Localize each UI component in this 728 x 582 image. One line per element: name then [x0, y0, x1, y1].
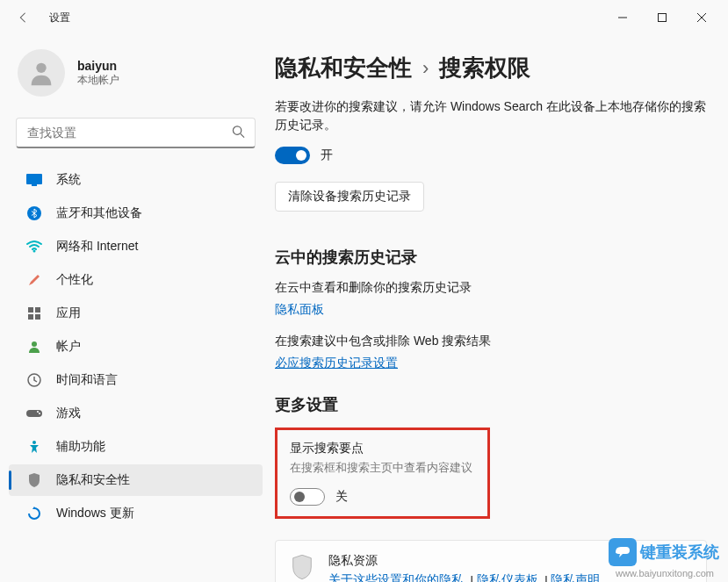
- svg-point-15: [32, 341, 37, 347]
- nav-label: 网络和 Internet: [56, 239, 138, 255]
- highlight-box: 显示搜索要点 在搜索框和搜索主页中查看内容建议 关: [275, 428, 490, 519]
- sidebar: baiyun 本地帐户 系统 蓝牙和其他设备 网络和 Internet 个性化 …: [0, 35, 268, 582]
- game-icon: [26, 406, 42, 421]
- svg-rect-13: [28, 314, 33, 320]
- titlebar: 设置: [0, 0, 728, 35]
- svg-line-6: [241, 133, 244, 137]
- profile-name: baiyun: [77, 59, 119, 73]
- search-icon: [232, 125, 245, 141]
- cloud-history-desc1: 在云中查看和删除你的搜索历史记录: [275, 280, 707, 296]
- sidebar-item-accounts[interactable]: 帐户: [9, 331, 263, 363]
- search-box: [16, 118, 256, 148]
- sidebar-item-accessibility[interactable]: 辅助功能: [9, 431, 263, 463]
- nav-label: 个性化: [56, 272, 93, 288]
- toggle-label: 关: [335, 489, 348, 505]
- svg-point-4: [36, 63, 46, 73]
- show-highlights-desc: 在搜索框和搜索主页中查看内容建议: [290, 460, 475, 476]
- avatar: [18, 49, 65, 97]
- breadcrumb-current: 搜索权限: [439, 53, 530, 83]
- sidebar-item-network[interactable]: 网络和 Internet: [9, 231, 263, 262]
- access-icon: [26, 439, 42, 455]
- local-history-desc: 若要改进你的搜索建议，请允许 Windows Search 在此设备上本地存储你…: [275, 97, 707, 134]
- svg-rect-7: [26, 174, 42, 184]
- bluetooth-icon: [26, 205, 42, 221]
- nav-label: 应用: [56, 305, 81, 321]
- back-button[interactable]: [7, 2, 39, 33]
- separator: |: [467, 573, 477, 582]
- svg-point-20: [32, 441, 36, 444]
- nav-label: 时间和语言: [56, 372, 118, 388]
- nav-label: 系统: [56, 172, 81, 188]
- show-highlights-label: 显示搜索要点: [290, 441, 475, 456]
- breadcrumb: 隐私和安全性 › 搜索权限: [275, 53, 707, 83]
- privacy-panel-link[interactable]: 隐私面板: [275, 302, 324, 318]
- main-content: 隐私和安全性 › 搜索权限 若要改进你的搜索建议，请允许 Windows Sea…: [268, 35, 728, 582]
- brush-icon: [26, 272, 42, 288]
- shield-icon: [290, 555, 314, 579]
- breadcrumb-parent[interactable]: 隐私和安全性: [275, 53, 412, 83]
- chevron-right-icon: ›: [422, 57, 429, 80]
- sidebar-item-bluetooth[interactable]: 蓝牙和其他设备: [9, 198, 263, 229]
- minimize-button[interactable]: [602, 4, 642, 32]
- nav-list: 系统 蓝牙和其他设备 网络和 Internet 个性化 应用 帐户 时间和语言 …: [4, 164, 268, 529]
- search-input[interactable]: [16, 118, 256, 148]
- account-icon: [26, 339, 42, 355]
- nav-label: Windows 更新: [56, 506, 134, 521]
- nav-label: 蓝牙和其他设备: [56, 205, 142, 221]
- separator: |: [542, 573, 551, 582]
- about-privacy-link[interactable]: 关于这些设置和你的隐私: [328, 572, 464, 582]
- more-settings-title: 更多设置: [275, 394, 707, 415]
- nav-label: 辅助功能: [56, 439, 105, 455]
- bing-history-link[interactable]: 必应搜索历史记录设置: [275, 356, 398, 371]
- window-title: 设置: [49, 11, 70, 25]
- sidebar-item-gaming[interactable]: 游戏: [9, 398, 263, 429]
- privacy-statement-link[interactable]: 隐私声明: [551, 572, 600, 582]
- cloud-history-title: 云中的搜索历史记录: [275, 247, 707, 268]
- svg-rect-8: [32, 184, 37, 186]
- sidebar-item-apps[interactable]: 应用: [9, 298, 263, 329]
- svg-rect-14: [35, 314, 40, 320]
- nav-label: 游戏: [56, 406, 81, 421]
- svg-point-5: [233, 126, 241, 133]
- privacy-dashboard-link[interactable]: 隐私仪表板: [477, 572, 538, 582]
- update-icon: [26, 506, 42, 521]
- profile-section[interactable]: baiyun 本地帐户: [4, 42, 268, 114]
- maximize-button[interactable]: [642, 4, 681, 32]
- svg-point-18: [37, 411, 39, 413]
- svg-rect-11: [28, 307, 33, 313]
- apps-icon: [26, 305, 42, 321]
- wifi-icon: [26, 239, 42, 255]
- svg-point-19: [39, 413, 40, 414]
- svg-rect-1: [658, 14, 666, 22]
- sidebar-item-time[interactable]: 时间和语言: [9, 364, 263, 396]
- cloud-history-desc2: 在搜索建议中包含或排除 Web 搜索结果: [275, 334, 707, 349]
- clear-history-button[interactable]: 清除设备搜索历史记录: [275, 182, 424, 212]
- time-icon: [26, 372, 42, 388]
- sidebar-item-privacy[interactable]: 隐私和安全性: [9, 464, 263, 496]
- resources-title: 隐私资源: [328, 553, 603, 569]
- sidebar-item-update[interactable]: Windows 更新: [9, 498, 263, 529]
- local-history-toggle[interactable]: [275, 147, 310, 164]
- system-icon: [26, 172, 42, 188]
- privacy-resources-card: 隐私资源 关于这些设置和你的隐私 | 隐私仪表板 | 隐私声明: [275, 540, 707, 582]
- profile-subtitle: 本地帐户: [77, 73, 119, 88]
- svg-point-10: [33, 250, 36, 253]
- nav-label: 隐私和安全性: [56, 472, 130, 488]
- nav-label: 帐户: [56, 339, 81, 355]
- svg-rect-12: [35, 307, 40, 313]
- sidebar-item-personalization[interactable]: 个性化: [9, 264, 263, 296]
- show-highlights-toggle[interactable]: [290, 488, 325, 506]
- privacy-icon: [26, 472, 42, 488]
- sidebar-item-system[interactable]: 系统: [9, 164, 263, 196]
- toggle-label: 开: [321, 147, 333, 163]
- close-button[interactable]: [681, 4, 721, 32]
